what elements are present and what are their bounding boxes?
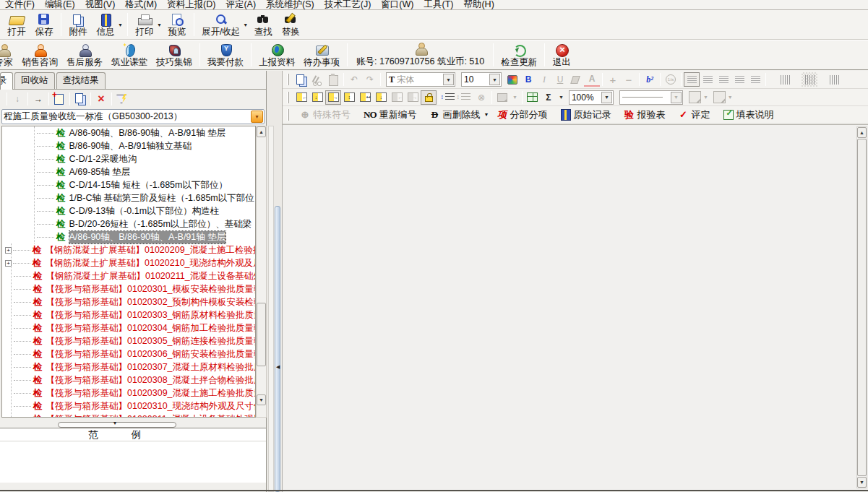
- redo-button[interactable]: ↷: [362, 72, 378, 87]
- expand-plus-icon[interactable]: +: [5, 260, 12, 267]
- cut-button[interactable]: [309, 72, 325, 87]
- expand-plus-icon[interactable]: +: [5, 247, 12, 254]
- tree-item[interactable]: + 检 【筏形与箱形基础】01020311_混凝土设备基础外观检验批: [2, 413, 255, 418]
- action-dropdown-icon[interactable]: ▼: [484, 112, 489, 117]
- splitter-collapse-bar[interactable]: ◀: [275, 206, 280, 492]
- action-button[interactable]: 原始记录: [554, 108, 617, 121]
- lock-button[interactable]: [421, 90, 437, 105]
- action-button[interactable]: 验 报验表: [617, 108, 671, 121]
- paragraph-marks-button[interactable]: [684, 72, 700, 87]
- toolbar-button[interactable]: 查找: [249, 12, 277, 37]
- insert-row-button[interactable]: [309, 90, 325, 105]
- tree-item[interactable]: + 检 C-D/14-15轴 短柱（-1.685m以下部位）: [2, 178, 255, 191]
- font-size-select[interactable]: 10 ▼: [461, 72, 502, 87]
- tree-horizontal-scrollbar[interactable]: [58, 422, 176, 428]
- fill-color-button[interactable]: [713, 91, 726, 103]
- document-scrollbar[interactable]: ▲ ▼: [856, 126, 867, 488]
- font-family-dropdown-icon[interactable]: ▼: [443, 74, 454, 85]
- toolbar-button[interactable]: 附件: [64, 12, 92, 37]
- doc-scrollbar-thumb[interactable]: [857, 139, 867, 476]
- tree-item[interactable]: + 检 A/86-90轴、B/86-90轴、A-B/91轴 垫层: [2, 126, 255, 139]
- sum-button[interactable]: Σ: [541, 90, 557, 105]
- fill-color-dropdown-icon[interactable]: ▼: [728, 95, 733, 100]
- toolbar-button[interactable]: 销售咨询: [17, 43, 62, 67]
- nav-down-icon[interactable]: ↓: [9, 92, 25, 106]
- toolbar-grip[interactable]: [287, 92, 289, 103]
- tree-item[interactable]: + 检 A/69-85轴 垫层: [2, 165, 255, 178]
- column-distribute-button[interactable]: [802, 72, 817, 87]
- nav-right-icon[interactable]: →: [30, 92, 46, 106]
- doc-scroll-down-icon[interactable]: ▼: [857, 477, 867, 488]
- unlink-button[interactable]: [473, 90, 489, 105]
- superscript-button[interactable]: b²: [642, 72, 658, 87]
- menu-item[interactable]: 系统维护(S): [261, 0, 319, 9]
- tree-item[interactable]: + 检 【筏形与箱形基础】01020304_钢筋加工检验批质量验收记录: [2, 321, 255, 335]
- align-right-button[interactable]: [731, 72, 747, 87]
- tree-item[interactable]: + 检 【筏形与箱形基础】01020302_预制构件模板安装检验批质量: [2, 295, 255, 308]
- tree-item[interactable]: + 检 【筏形与箱形基础】01020301_模板安装检验批质量验收记录: [2, 282, 255, 295]
- split-cell-button[interactable]: [341, 90, 357, 105]
- fraction-button[interactable]: 1/a: [663, 72, 679, 87]
- scroll-up-icon[interactable]: ▲: [257, 126, 266, 137]
- highlight-button[interactable]: [568, 72, 584, 87]
- tree-item[interactable]: + 检 A/86-90轴、B/86-90轴、A-B/91轴 垫层: [2, 230, 255, 243]
- action-button[interactable]: 项 分部分项: [490, 108, 554, 121]
- column-width-button[interactable]: [826, 72, 842, 87]
- toolbar-button[interactable]: 我要付款: [203, 43, 248, 67]
- menu-item[interactable]: 编辑(E): [40, 0, 80, 9]
- tree-item[interactable]: + 检 【筏形与箱形基础】01020310_现浇结构外观及尺寸偏差检验: [2, 400, 255, 413]
- table-option2-button[interactable]: [405, 90, 421, 105]
- menu-item[interactable]: 格式(M): [120, 0, 162, 9]
- menu-item[interactable]: 帮助(H): [458, 0, 499, 9]
- table-option-button[interactable]: [389, 90, 405, 105]
- toolbar-button[interactable]: 打开: [3, 12, 30, 37]
- toolbar-button[interactable]: 专家: [0, 43, 17, 67]
- scroll-down-icon[interactable]: ▼: [257, 394, 266, 405]
- action-button[interactable]: 填表说明: [716, 108, 780, 121]
- align-justify-button[interactable]: [747, 72, 763, 87]
- font-family-select[interactable]: T 宋体 ▼: [386, 72, 455, 87]
- toolbar-button[interactable]: 预览: [163, 12, 191, 37]
- inspection-tree[interactable]: + 检 A/86-90轴、B/86-90轴、A-B/91轴 垫层 + 检 B/8…: [1, 126, 256, 418]
- paste-button[interactable]: [325, 72, 341, 87]
- collapse-left-icon[interactable]: ◀: [276, 364, 280, 370]
- tree-item[interactable]: + 检 B-D/20-26短柱（-1.685m以上部位）、基础梁: [2, 217, 255, 230]
- zoom-dropdown-icon[interactable]: ▼: [601, 92, 612, 103]
- line-spacing-button[interactable]: [442, 90, 457, 105]
- action-button[interactable]: ⊕ 特殊符号: [293, 108, 357, 121]
- text-direction-button[interactable]: [777, 72, 793, 87]
- image-dropdown-icon[interactable]: ▼: [512, 95, 517, 100]
- menu-item[interactable]: 工具(T): [418, 0, 458, 9]
- copy-item-icon[interactable]: [72, 92, 88, 106]
- line-style-select[interactable]: ▼: [619, 90, 683, 105]
- menu-item[interactable]: 文件(F): [0, 0, 40, 9]
- toolbar-button[interactable]: 待办事项: [299, 43, 344, 67]
- tree-item[interactable]: + 检 【筏形与箱形基础】01020309_混凝土施工检验批质量验收记: [2, 387, 255, 400]
- align-center-button[interactable]: [716, 72, 731, 87]
- toolbar-button[interactable]: 打印: [131, 12, 158, 37]
- bold-button[interactable]: B: [520, 72, 536, 87]
- tree-item[interactable]: + 检 1/B-C轴 基础第三阶及短柱（-1.685m以下部位）: [2, 191, 255, 204]
- shrink-font-button[interactable]: −: [621, 72, 637, 87]
- line-style-dropdown-icon[interactable]: ▼: [671, 92, 682, 103]
- panel-splitter[interactable]: ◀: [267, 71, 282, 492]
- zoom-select[interactable]: 100% ▼: [569, 90, 614, 105]
- standard-selector[interactable]: 程施工质量验收统一标准（GB50300-2013） ▾: [1, 109, 265, 124]
- toolbar-button[interactable]: 技巧集锦: [152, 43, 197, 67]
- tree-item[interactable]: + 检 【筏形与箱形基础】01020306_钢筋安装检验批质量验收记录: [2, 348, 255, 361]
- delete-cell-button[interactable]: [373, 90, 389, 105]
- toolbar-button[interactable]: 检查更新: [497, 43, 541, 67]
- toolbar-grip[interactable]: [287, 109, 289, 121]
- panel-tab[interactable]: 查找结果: [56, 72, 106, 89]
- font-size-dropdown-icon[interactable]: ▼: [489, 74, 500, 85]
- toolbar-button[interactable]: 信息: [92, 12, 119, 37]
- align-left-button[interactable]: [700, 72, 716, 87]
- toolbar-button[interactable]: 保存: [30, 12, 58, 37]
- tree-item[interactable]: + 检 【钢筋混凝土扩展基础】01020210_现浇结构外观及尺寸偏差检验批: [2, 256, 255, 269]
- toolbar-button[interactable]: 退出: [548, 43, 575, 67]
- toolbar-button[interactable]: 售后服务: [62, 43, 107, 67]
- filter-item-icon[interactable]: [114, 92, 130, 106]
- font-color-button[interactable]: [504, 72, 520, 87]
- toolbar-grip[interactable]: [287, 74, 289, 85]
- add-item-icon[interactable]: [51, 92, 67, 106]
